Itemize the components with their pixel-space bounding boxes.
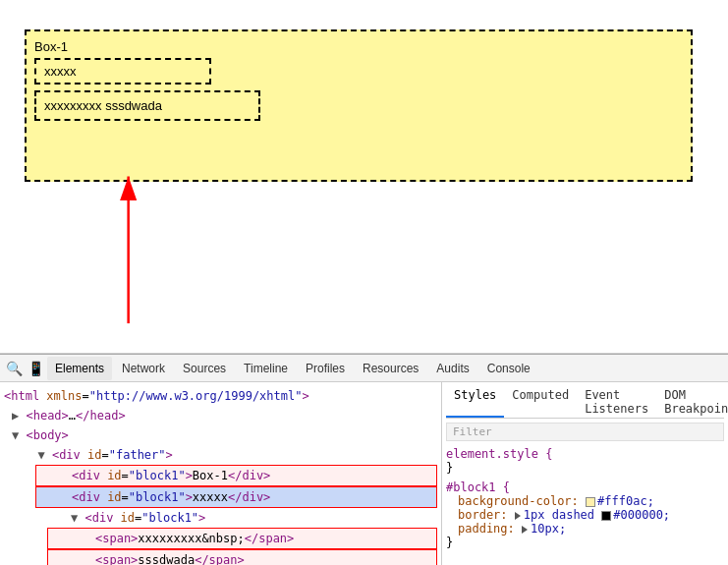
devtools-panel: 🔍 📱 Elements Network Sources Timeline Pr…	[0, 354, 728, 565]
tab-resources[interactable]: Resources	[355, 357, 426, 380]
search-icon[interactable]: 🔍	[4, 359, 24, 378]
dom-line-block1-label[interactable]: <div id="block1">Box-1</div>	[35, 465, 437, 486]
css-rule-block1: #block1 { background-color: #fff0ac; bor…	[446, 480, 724, 549]
styles-panel: Styles Computed Event Listeners DOM Brea…	[442, 382, 728, 565]
dom-line: ▼ <div id="father">	[0, 445, 441, 465]
dom-panel: <html xmlns="http://www.w3.org/1999/xhtm…	[0, 382, 442, 565]
tab-profiles[interactable]: Profiles	[298, 357, 353, 380]
block2-span2: sssdwada	[105, 98, 162, 113]
tab-dom-breakpoints[interactable]: DOM Breakpoin	[656, 386, 728, 418]
block1-inner: xxxxx	[34, 58, 211, 85]
father-box: Box-1 xxxxx xxxxxxxxx sssdwada	[25, 29, 693, 182]
tab-timeline[interactable]: Timeline	[236, 357, 296, 380]
dom-line-span2[interactable]: <span>sssdwada</span>	[47, 549, 437, 565]
dom-line: <html xmlns="http://www.w3.org/1999/xhtm…	[0, 386, 441, 406]
dom-line: ▼ <body>	[0, 425, 441, 445]
dom-line-block1-div: ▼ <div id="block1">	[35, 508, 441, 528]
tab-sources[interactable]: Sources	[175, 357, 234, 380]
box-label: Box-1	[34, 39, 683, 54]
tab-network[interactable]: Network	[114, 357, 173, 380]
styles-tabs: Styles Computed Event Listeners DOM Brea…	[446, 386, 724, 419]
css-rule-element-style: element.style { }	[446, 447, 724, 475]
devtools-toolbar: 🔍 📱 Elements Network Sources Timeline Pr…	[0, 355, 728, 382]
filter-bar[interactable]: Filter	[446, 423, 724, 441]
block2-span1: xxxxxxxxx	[44, 98, 102, 113]
tab-elements[interactable]: Elements	[47, 357, 112, 380]
dom-line: ▶ <head>…</head>	[0, 406, 441, 425]
device-icon[interactable]: 📱	[26, 359, 45, 378]
devtools-main: <html xmlns="http://www.w3.org/1999/xhtm…	[0, 382, 728, 565]
tab-styles[interactable]: Styles	[446, 386, 504, 418]
tab-event-listeners[interactable]: Event Listeners	[577, 386, 656, 418]
block1-text: xxxxx	[44, 64, 77, 79]
preview-area: Box-1 xxxxx xxxxxxxxx sssdwada	[0, 0, 728, 354]
dom-line-block1-xxxxx[interactable]: <div id="block1">xxxxx</div>	[35, 486, 437, 508]
tab-audits[interactable]: Audits	[428, 357, 476, 380]
block2-inner: xxxxxxxxx sssdwada	[34, 90, 260, 121]
dom-line-span1[interactable]: <span>xxxxxxxxx&nbsp;</span>	[47, 528, 437, 549]
tab-console[interactable]: Console	[479, 357, 538, 380]
tab-computed[interactable]: Computed	[504, 386, 577, 418]
